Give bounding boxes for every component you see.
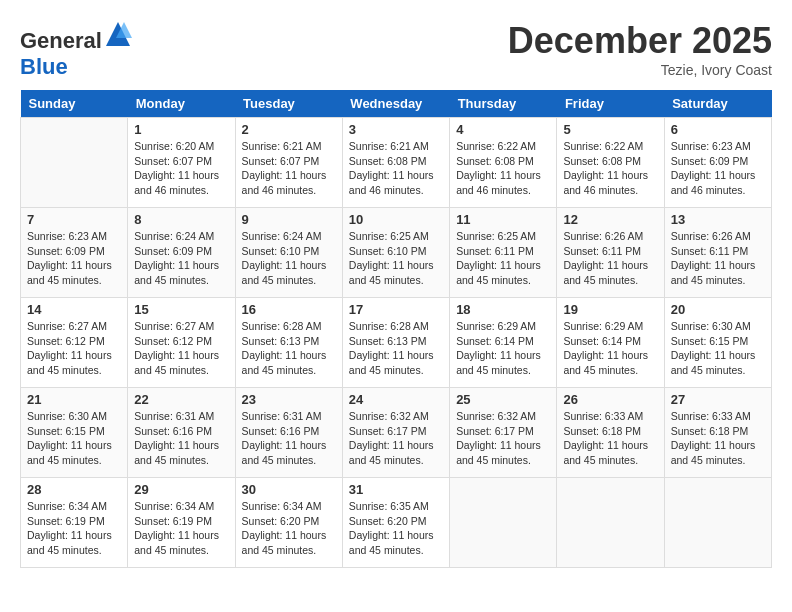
calendar-cell	[450, 478, 557, 568]
day-number: 31	[349, 482, 443, 497]
title-block: December 2025 Tezie, Ivory Coast	[508, 20, 772, 78]
day-info: Sunrise: 6:28 AMSunset: 6:13 PMDaylight:…	[349, 319, 443, 378]
week-row-4: 21Sunrise: 6:30 AMSunset: 6:15 PMDayligh…	[21, 388, 772, 478]
location: Tezie, Ivory Coast	[508, 62, 772, 78]
calendar-cell: 28Sunrise: 6:34 AMSunset: 6:19 PMDayligh…	[21, 478, 128, 568]
week-row-3: 14Sunrise: 6:27 AMSunset: 6:12 PMDayligh…	[21, 298, 772, 388]
day-info: Sunrise: 6:30 AMSunset: 6:15 PMDaylight:…	[27, 409, 121, 468]
day-info: Sunrise: 6:25 AMSunset: 6:11 PMDaylight:…	[456, 229, 550, 288]
calendar-table: SundayMondayTuesdayWednesdayThursdayFrid…	[20, 90, 772, 568]
day-info: Sunrise: 6:26 AMSunset: 6:11 PMDaylight:…	[563, 229, 657, 288]
calendar-cell: 21Sunrise: 6:30 AMSunset: 6:15 PMDayligh…	[21, 388, 128, 478]
day-number: 1	[134, 122, 228, 137]
day-info: Sunrise: 6:23 AMSunset: 6:09 PMDaylight:…	[671, 139, 765, 198]
calendar-cell: 8Sunrise: 6:24 AMSunset: 6:09 PMDaylight…	[128, 208, 235, 298]
day-info: Sunrise: 6:21 AMSunset: 6:07 PMDaylight:…	[242, 139, 336, 198]
weekday-header-saturday: Saturday	[664, 90, 771, 118]
calendar-cell: 17Sunrise: 6:28 AMSunset: 6:13 PMDayligh…	[342, 298, 449, 388]
day-number: 29	[134, 482, 228, 497]
calendar-cell: 6Sunrise: 6:23 AMSunset: 6:09 PMDaylight…	[664, 118, 771, 208]
day-number: 22	[134, 392, 228, 407]
calendar-cell: 31Sunrise: 6:35 AMSunset: 6:20 PMDayligh…	[342, 478, 449, 568]
day-info: Sunrise: 6:29 AMSunset: 6:14 PMDaylight:…	[563, 319, 657, 378]
day-info: Sunrise: 6:34 AMSunset: 6:19 PMDaylight:…	[134, 499, 228, 558]
day-info: Sunrise: 6:31 AMSunset: 6:16 PMDaylight:…	[242, 409, 336, 468]
weekday-header-thursday: Thursday	[450, 90, 557, 118]
calendar-cell: 1Sunrise: 6:20 AMSunset: 6:07 PMDaylight…	[128, 118, 235, 208]
calendar-cell: 29Sunrise: 6:34 AMSunset: 6:19 PMDayligh…	[128, 478, 235, 568]
day-number: 3	[349, 122, 443, 137]
calendar-cell: 27Sunrise: 6:33 AMSunset: 6:18 PMDayligh…	[664, 388, 771, 478]
day-info: Sunrise: 6:24 AMSunset: 6:10 PMDaylight:…	[242, 229, 336, 288]
day-info: Sunrise: 6:27 AMSunset: 6:12 PMDaylight:…	[27, 319, 121, 378]
day-number: 14	[27, 302, 121, 317]
day-info: Sunrise: 6:33 AMSunset: 6:18 PMDaylight:…	[671, 409, 765, 468]
calendar-cell: 30Sunrise: 6:34 AMSunset: 6:20 PMDayligh…	[235, 478, 342, 568]
day-number: 15	[134, 302, 228, 317]
day-number: 6	[671, 122, 765, 137]
calendar-cell: 5Sunrise: 6:22 AMSunset: 6:08 PMDaylight…	[557, 118, 664, 208]
page-header: General Blue December 2025 Tezie, Ivory …	[20, 20, 772, 80]
calendar-cell: 22Sunrise: 6:31 AMSunset: 6:16 PMDayligh…	[128, 388, 235, 478]
calendar-cell: 11Sunrise: 6:25 AMSunset: 6:11 PMDayligh…	[450, 208, 557, 298]
day-info: Sunrise: 6:28 AMSunset: 6:13 PMDaylight:…	[242, 319, 336, 378]
weekday-header-wednesday: Wednesday	[342, 90, 449, 118]
day-number: 25	[456, 392, 550, 407]
weekday-header-row: SundayMondayTuesdayWednesdayThursdayFrid…	[21, 90, 772, 118]
calendar-cell: 3Sunrise: 6:21 AMSunset: 6:08 PMDaylight…	[342, 118, 449, 208]
day-number: 12	[563, 212, 657, 227]
calendar-cell: 13Sunrise: 6:26 AMSunset: 6:11 PMDayligh…	[664, 208, 771, 298]
calendar-cell: 19Sunrise: 6:29 AMSunset: 6:14 PMDayligh…	[557, 298, 664, 388]
day-number: 18	[456, 302, 550, 317]
calendar-cell: 26Sunrise: 6:33 AMSunset: 6:18 PMDayligh…	[557, 388, 664, 478]
calendar-cell: 4Sunrise: 6:22 AMSunset: 6:08 PMDaylight…	[450, 118, 557, 208]
calendar-cell: 7Sunrise: 6:23 AMSunset: 6:09 PMDaylight…	[21, 208, 128, 298]
month-title: December 2025	[508, 20, 772, 62]
day-info: Sunrise: 6:33 AMSunset: 6:18 PMDaylight:…	[563, 409, 657, 468]
day-number: 30	[242, 482, 336, 497]
day-number: 17	[349, 302, 443, 317]
day-info: Sunrise: 6:21 AMSunset: 6:08 PMDaylight:…	[349, 139, 443, 198]
day-info: Sunrise: 6:20 AMSunset: 6:07 PMDaylight:…	[134, 139, 228, 198]
day-number: 26	[563, 392, 657, 407]
day-number: 7	[27, 212, 121, 227]
calendar-cell: 9Sunrise: 6:24 AMSunset: 6:10 PMDaylight…	[235, 208, 342, 298]
calendar-cell: 20Sunrise: 6:30 AMSunset: 6:15 PMDayligh…	[664, 298, 771, 388]
day-number: 19	[563, 302, 657, 317]
day-info: Sunrise: 6:29 AMSunset: 6:14 PMDaylight:…	[456, 319, 550, 378]
day-info: Sunrise: 6:22 AMSunset: 6:08 PMDaylight:…	[563, 139, 657, 198]
calendar-cell: 14Sunrise: 6:27 AMSunset: 6:12 PMDayligh…	[21, 298, 128, 388]
week-row-5: 28Sunrise: 6:34 AMSunset: 6:19 PMDayligh…	[21, 478, 772, 568]
day-number: 9	[242, 212, 336, 227]
calendar-cell	[21, 118, 128, 208]
day-number: 13	[671, 212, 765, 227]
calendar-cell	[664, 478, 771, 568]
day-number: 24	[349, 392, 443, 407]
calendar-cell: 15Sunrise: 6:27 AMSunset: 6:12 PMDayligh…	[128, 298, 235, 388]
day-info: Sunrise: 6:27 AMSunset: 6:12 PMDaylight:…	[134, 319, 228, 378]
weekday-header-tuesday: Tuesday	[235, 90, 342, 118]
logo-blue: Blue	[20, 54, 68, 79]
day-info: Sunrise: 6:26 AMSunset: 6:11 PMDaylight:…	[671, 229, 765, 288]
day-number: 4	[456, 122, 550, 137]
day-info: Sunrise: 6:25 AMSunset: 6:10 PMDaylight:…	[349, 229, 443, 288]
day-number: 11	[456, 212, 550, 227]
calendar-cell: 23Sunrise: 6:31 AMSunset: 6:16 PMDayligh…	[235, 388, 342, 478]
day-info: Sunrise: 6:24 AMSunset: 6:09 PMDaylight:…	[134, 229, 228, 288]
day-number: 10	[349, 212, 443, 227]
day-number: 8	[134, 212, 228, 227]
day-number: 23	[242, 392, 336, 407]
weekday-header-friday: Friday	[557, 90, 664, 118]
logo-icon	[104, 20, 132, 48]
week-row-2: 7Sunrise: 6:23 AMSunset: 6:09 PMDaylight…	[21, 208, 772, 298]
calendar-cell: 16Sunrise: 6:28 AMSunset: 6:13 PMDayligh…	[235, 298, 342, 388]
day-info: Sunrise: 6:34 AMSunset: 6:20 PMDaylight:…	[242, 499, 336, 558]
calendar-cell: 18Sunrise: 6:29 AMSunset: 6:14 PMDayligh…	[450, 298, 557, 388]
logo-general: General	[20, 28, 102, 53]
calendar-cell: 10Sunrise: 6:25 AMSunset: 6:10 PMDayligh…	[342, 208, 449, 298]
day-number: 5	[563, 122, 657, 137]
day-info: Sunrise: 6:31 AMSunset: 6:16 PMDaylight:…	[134, 409, 228, 468]
calendar-cell: 2Sunrise: 6:21 AMSunset: 6:07 PMDaylight…	[235, 118, 342, 208]
day-info: Sunrise: 6:22 AMSunset: 6:08 PMDaylight:…	[456, 139, 550, 198]
day-info: Sunrise: 6:34 AMSunset: 6:19 PMDaylight:…	[27, 499, 121, 558]
